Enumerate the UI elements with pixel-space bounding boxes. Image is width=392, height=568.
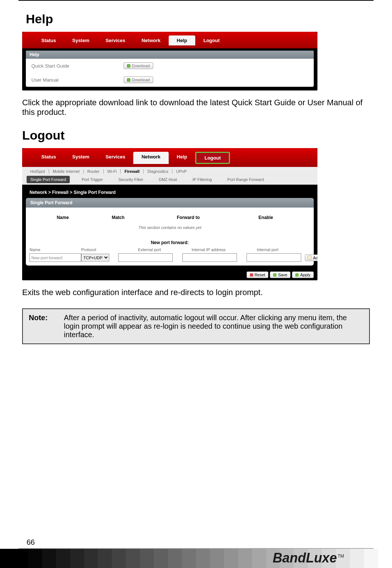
trademark-icon: TM bbox=[338, 554, 344, 559]
action-button-bar: Reset Save Apply bbox=[22, 269, 317, 280]
port-forward-table-header: Name Match Forward to Enable bbox=[26, 208, 314, 223]
nav-tab-network-2[interactable]: Network bbox=[133, 152, 168, 164]
help-paragraph: Click the appropriate download link to d… bbox=[22, 98, 370, 117]
col-forward-to: Forward to bbox=[144, 215, 233, 220]
save-button[interactable]: Save bbox=[270, 271, 290, 278]
help-top-nav: Status System Services Network Help Logo… bbox=[22, 32, 317, 48]
new-port-name-input[interactable] bbox=[30, 253, 81, 262]
help-card-header: Help bbox=[26, 51, 314, 59]
apply-button[interactable]: Apply bbox=[292, 271, 314, 278]
nav-tab-services[interactable]: Services bbox=[97, 35, 134, 45]
new-port-form-headers: Name Protocol External port Internal IP … bbox=[26, 247, 314, 253]
new-port-internal-ip-input[interactable] bbox=[182, 253, 237, 262]
tab-ip-filtering[interactable]: IP Filtering bbox=[189, 176, 215, 183]
new-port-protocol-select[interactable]: TCP+UDP bbox=[81, 254, 109, 261]
page-footer: 66 BandLuxeTM bbox=[0, 538, 392, 568]
subnav-diagnostics[interactable]: Diagnostics bbox=[144, 169, 172, 174]
download-quick-start-button[interactable]: Download bbox=[124, 62, 153, 69]
nav-tab-logout[interactable]: Logout bbox=[195, 35, 228, 45]
tab-port-range-forward[interactable]: Port Range Forward bbox=[224, 176, 268, 183]
tab-security-filter[interactable]: Security Filter bbox=[115, 176, 147, 183]
nav-tab-system[interactable]: System bbox=[64, 35, 97, 45]
nav-tab-status-2[interactable]: Status bbox=[33, 152, 64, 164]
new-port-internal-port-input[interactable] bbox=[247, 253, 301, 262]
logout-top-nav: Status System Services Network Help Logo… bbox=[22, 148, 317, 167]
section-help-title: Help bbox=[26, 12, 370, 26]
help-row-user-manual-label: User Manual bbox=[31, 77, 124, 83]
fh-protocol: Protocol bbox=[81, 247, 122, 252]
fh-name: Name bbox=[30, 247, 81, 252]
subnav-wifi[interactable]: Wi-Fi bbox=[104, 169, 121, 174]
help-row-quick-start: Quick Start Guide Download bbox=[26, 59, 314, 73]
logout-subnav-1: HotSpot Mobile Internet Router Wi-Fi Fir… bbox=[22, 167, 317, 176]
note-text: After a period of inactivity, automatic … bbox=[64, 314, 363, 339]
help-screenshot: Status System Services Network Help Logo… bbox=[22, 32, 317, 90]
download-user-manual-button[interactable]: Download bbox=[124, 76, 153, 83]
col-enable: Enable bbox=[233, 215, 299, 220]
fh-internal-ip: Internal IP address bbox=[177, 247, 240, 252]
new-port-external-port-input[interactable] bbox=[118, 253, 173, 262]
note-box: Note: After a period of inactivity, auto… bbox=[22, 308, 370, 344]
subnav-upnp[interactable]: UPnP bbox=[172, 169, 190, 174]
nav-tab-help[interactable]: Help bbox=[169, 35, 195, 45]
tab-dmz-host[interactable]: DMZ Host bbox=[155, 176, 181, 183]
note-label: Note: bbox=[29, 314, 53, 339]
page-number: 66 bbox=[18, 538, 374, 549]
add-port-button[interactable]: Add bbox=[305, 254, 317, 261]
nav-tab-status[interactable]: Status bbox=[33, 35, 64, 45]
nav-tab-logout-highlight[interactable]: Logout bbox=[195, 152, 230, 164]
subnav-hotspot[interactable]: HotSpot bbox=[27, 169, 49, 174]
subnav-mobile-internet[interactable]: Mobile Internet bbox=[49, 169, 84, 174]
new-port-form-row: TCP+UDP Add bbox=[26, 253, 314, 266]
help-row-user-manual: User Manual Download bbox=[26, 73, 314, 87]
fh-internal-port: Internal port bbox=[240, 247, 295, 252]
nav-tab-network[interactable]: Network bbox=[133, 35, 168, 45]
col-name: Name bbox=[33, 215, 92, 220]
brand-logo-text: BandLuxe bbox=[273, 550, 337, 565]
nav-tab-services-2[interactable]: Services bbox=[97, 152, 134, 164]
logout-subnav-2: Single Port Forward Port Trigger Securit… bbox=[22, 176, 317, 185]
brand-logo: BandLuxeTM bbox=[273, 550, 344, 566]
tab-port-trigger[interactable]: Port Trigger bbox=[78, 176, 106, 183]
help-row-quick-start-label: Quick Start Guide bbox=[31, 63, 124, 69]
fh-external-port: External port bbox=[122, 247, 177, 252]
logout-paragraph: Exits the web configuration interface an… bbox=[22, 288, 370, 297]
breadcrumb: Network > Firewall > Single Port Forward bbox=[22, 185, 317, 198]
nav-tab-help-2[interactable]: Help bbox=[169, 152, 195, 164]
empty-table-note: This section contains no values yet bbox=[26, 223, 314, 235]
subnav-firewall[interactable]: Firewall bbox=[121, 169, 144, 174]
single-port-forward-header: Single Port Forward bbox=[26, 198, 314, 208]
reset-button[interactable]: Reset bbox=[247, 271, 269, 278]
nav-tab-system-2[interactable]: System bbox=[64, 152, 97, 164]
tab-single-port-forward[interactable]: Single Port Forward bbox=[27, 176, 70, 183]
new-port-forward-title: New port forward: bbox=[26, 235, 314, 247]
logout-screenshot: Status System Services Network Help Logo… bbox=[22, 148, 317, 280]
subnav-router[interactable]: Router bbox=[84, 169, 104, 174]
section-logout-title: Logout bbox=[22, 128, 370, 143]
col-match: Match bbox=[92, 215, 144, 220]
